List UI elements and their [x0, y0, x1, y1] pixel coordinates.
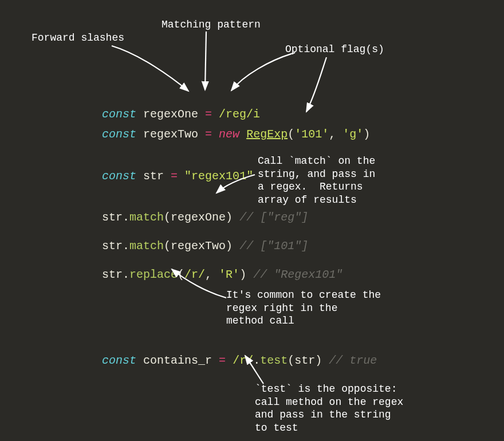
code-line-7: const contains_r = /r/.test(str) // true: [74, 341, 377, 380]
regex-literal: /r/: [233, 354, 253, 367]
keyword-new: new: [219, 128, 239, 141]
method-test: test: [260, 354, 288, 367]
paren-open: (: [288, 128, 294, 141]
annotation-forward-slashes: Forward slashes: [32, 32, 124, 45]
arrow-optional-flags-1: [231, 53, 295, 90]
string-literal: "regex101": [184, 170, 253, 183]
string-literal: '101': [294, 128, 329, 141]
comment: // true: [329, 354, 377, 367]
annotation-test-opposite: `test` is the opposite: call method on t…: [255, 383, 403, 434]
code-line-6: str.replace(/r/, 'R') // "Regex101": [74, 255, 342, 294]
keyword-const: const: [102, 128, 136, 141]
method-match: match: [129, 211, 164, 224]
method-replace: replace: [129, 268, 178, 281]
identifier: contains_r: [143, 354, 212, 367]
identifier: str: [102, 211, 123, 224]
method-match: match: [129, 239, 164, 253]
comment: // "Regex101": [253, 268, 342, 281]
arrow-matching-pattern: [205, 32, 206, 90]
paren-close: ): [363, 128, 370, 141]
identifier: regexTwo: [143, 128, 198, 141]
code-line-3: const str = "regex101": [74, 156, 253, 196]
comment: // ["101"]: [239, 239, 308, 253]
identifier: str: [143, 170, 164, 183]
annotation-optional-flags: Optional flag(s): [285, 43, 384, 56]
arrow-optional-flags-2: [306, 57, 326, 112]
operator-equals: =: [219, 354, 226, 367]
annotation-matching-pattern: Matching pattern: [162, 18, 261, 32]
diagram-canvas: Forward slashes Matching pattern Optiona…: [0, 0, 504, 441]
operator-equals: =: [171, 170, 178, 183]
identifier: str: [294, 354, 315, 367]
identifier: regexOne: [171, 211, 226, 224]
identifier: str: [102, 268, 123, 281]
identifier: str: [102, 239, 123, 253]
arrow-forward-slashes: [112, 46, 188, 91]
annotation-inline-regex: It's common to create the regex right in…: [226, 289, 381, 328]
identifier: regexTwo: [171, 239, 226, 253]
regexp-ctor: RegExp: [246, 128, 288, 141]
keyword-const: const: [102, 170, 136, 183]
string-literal: 'R': [219, 268, 239, 281]
regex-literal: /r/: [184, 268, 205, 281]
operator-equals: =: [205, 128, 212, 141]
string-literal: 'g': [342, 128, 363, 141]
keyword-const: const: [102, 354, 136, 367]
code-line-2: const regexTwo = new RegExp('101', 'g'): [74, 115, 370, 154]
comment: // ["reg"]: [239, 211, 308, 224]
